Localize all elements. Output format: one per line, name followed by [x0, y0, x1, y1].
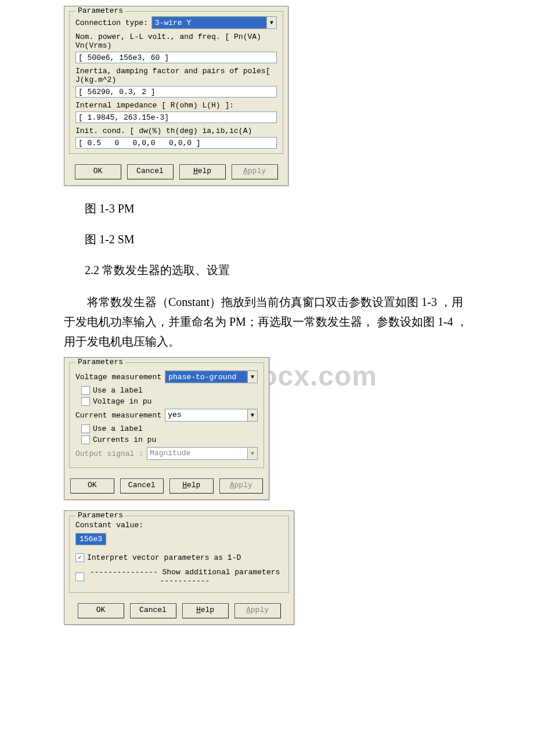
ok-button[interactable]: OK: [70, 478, 114, 494]
use-label-voltage-text: Use a label: [93, 386, 258, 395]
connection-type-dropdown[interactable]: 3-wire Y ▼: [151, 16, 277, 29]
parameters-dialog-3: Parameters Constant value: 156e3 ✓ Inter…: [64, 510, 294, 625]
chevron-down-icon: ▼: [266, 17, 276, 28]
section-heading: 2.2 常数发生器的选取、设置: [85, 262, 470, 278]
impedance-input[interactable]: [75, 111, 277, 123]
button-bar: OK Cancel Help Apply: [64, 159, 288, 185]
apply-button: Apply: [234, 603, 281, 618]
help-button[interactable]: Help: [179, 164, 226, 179]
interpret-vector-checkbox[interactable]: ✓: [75, 553, 84, 562]
use-label-voltage-checkbox[interactable]: [81, 386, 90, 395]
parameters-dialog-1: Parameters Connection type: 3-wire Y ▼ N…: [64, 6, 288, 186]
inertia-label: Inertia, damping factor and pairs of pol…: [75, 67, 277, 84]
help-button[interactable]: Help: [182, 603, 229, 618]
inertia-input[interactable]: [75, 86, 277, 98]
voltage-measurement-value: phase-to-ground: [165, 371, 247, 383]
currents-in-pu-checkbox[interactable]: [81, 435, 90, 444]
impedance-label: Internal impedance [ R(ohm) L(H) ]:: [75, 101, 277, 110]
show-additional-text: --------------- Show additional paramete…: [87, 568, 283, 585]
ok-button[interactable]: OK: [78, 603, 124, 618]
button-bar: OK Cancel Help Apply: [64, 473, 269, 499]
button-bar: OK Cancel Help Apply: [64, 597, 294, 624]
output-signal-value: Magnitude: [147, 448, 247, 459]
nom-power-label: Nom. power, L-L volt., and freq. [ Pn(VA…: [75, 33, 277, 50]
cancel-button[interactable]: Cancel: [120, 478, 164, 494]
chevron-down-icon: ▼: [247, 371, 257, 383]
apply-button: Apply: [219, 478, 264, 494]
current-measurement-label: Current measurement: [75, 411, 161, 420]
voltage-measurement-dropdown[interactable]: phase-to-ground ▼: [165, 370, 258, 383]
currents-in-pu-text: Currents in pu: [93, 435, 258, 444]
cancel-button[interactable]: Cancel: [127, 164, 174, 179]
legend: Parameters: [75, 358, 125, 366]
nom-power-input[interactable]: [75, 52, 277, 63]
use-label-current-checkbox[interactable]: [81, 424, 90, 433]
chevron-down-icon: ▼: [247, 448, 257, 459]
cancel-button[interactable]: Cancel: [130, 603, 176, 618]
chevron-down-icon: ▼: [247, 409, 257, 421]
ok-button[interactable]: OK: [75, 164, 121, 179]
output-signal-dropdown: Magnitude ▼: [147, 447, 258, 460]
parameters-dialog-2: Parameters Voltage measurement phase-to-…: [64, 357, 269, 500]
init-cond-input[interactable]: [75, 137, 277, 149]
use-label-current-text: Use a label: [93, 424, 258, 433]
legend: Parameters: [75, 511, 125, 520]
legend: Parameters: [75, 6, 125, 15]
init-cond-label: Init. cond. [ dw(%) th(deg) ia,ib,ic(A): [75, 127, 277, 135]
current-measurement-dropdown[interactable]: yes ▼: [165, 409, 258, 422]
constant-value-label: Constant value:: [75, 521, 283, 530]
constant-value-input[interactable]: 156e3: [75, 533, 106, 545]
show-additional-checkbox[interactable]: [75, 573, 84, 581]
apply-button: Apply: [232, 164, 278, 179]
paragraph: 将常数发生器（Constant）拖放到当前仿真窗口双击参数设置如图 1-3 ，用…: [64, 292, 470, 351]
connection-type-label: Connection type:: [75, 19, 148, 27]
connection-type-value: 3-wire Y: [152, 17, 266, 28]
help-button[interactable]: Help: [169, 478, 214, 494]
output-signal-label: Output signal :: [75, 449, 143, 458]
voltage-in-pu-text: Voltage in pu: [93, 397, 258, 406]
figure-caption-1-2: 图 1-2 SM: [85, 232, 470, 247]
interpret-vector-text: Interpret vector parameters as 1-D: [87, 553, 283, 562]
voltage-measurement-label: Voltage measurement: [75, 373, 161, 381]
figure-caption-1-3: 图 1-3 PM: [85, 201, 470, 217]
current-measurement-value: yes: [165, 409, 247, 421]
voltage-in-pu-checkbox[interactable]: [81, 397, 90, 406]
